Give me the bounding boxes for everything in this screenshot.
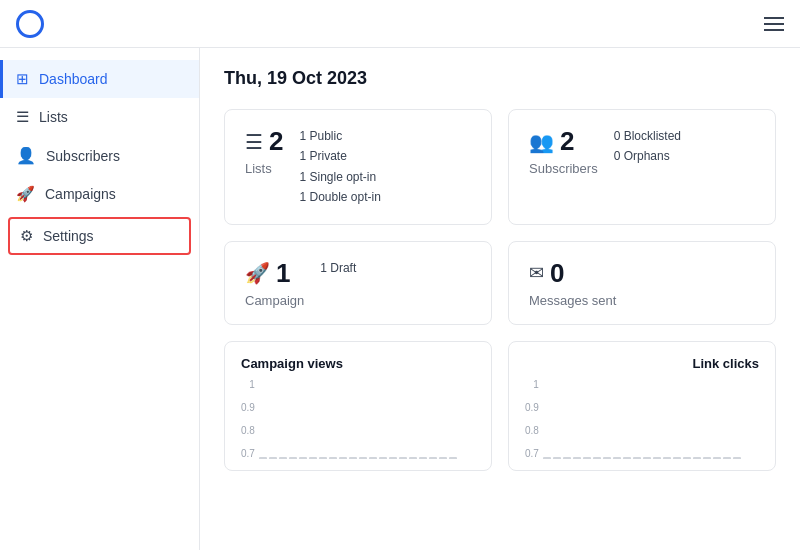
bar bbox=[733, 457, 741, 459]
views-bars bbox=[259, 379, 475, 459]
bar bbox=[633, 457, 641, 459]
messages-card: ✉ 0 Messages sent bbox=[508, 241, 776, 325]
sidebar-item-lists[interactable]: ☰ Lists bbox=[0, 98, 199, 136]
subscribers-detail-1: 0 Orphans bbox=[614, 146, 681, 166]
cards-grid-top: ☰ 2 Lists 1 Public 1 Private 1 Single op… bbox=[224, 109, 776, 225]
clicks-chart-title: Link clicks bbox=[525, 356, 759, 371]
campaigns-card-content: 🚀 1 Campaign 1 Draft bbox=[245, 258, 471, 308]
lists-detail-3: 1 Double opt-in bbox=[299, 187, 380, 207]
bar bbox=[389, 457, 397, 459]
bar bbox=[299, 457, 307, 459]
y-label-3: 0.7 bbox=[525, 448, 539, 459]
sidebar-item-subscribers[interactable]: 👤 Subscribers bbox=[0, 136, 199, 175]
bar bbox=[713, 457, 721, 459]
lists-card: ☰ 2 Lists 1 Public 1 Private 1 Single op… bbox=[224, 109, 492, 225]
bar bbox=[419, 457, 427, 459]
bar bbox=[259, 457, 267, 459]
bar bbox=[359, 457, 367, 459]
views-chart-title: Campaign views bbox=[241, 356, 475, 371]
lists-card-content: ☰ 2 Lists 1 Public 1 Private 1 Single op… bbox=[245, 126, 471, 208]
bar bbox=[553, 457, 561, 459]
sidebar: ⊞ Dashboard ☰ Lists 👤 Subscribers 🚀 Camp… bbox=[0, 48, 200, 550]
y-label-1: 0.9 bbox=[241, 402, 255, 413]
sidebar-item-dashboard[interactable]: ⊞ Dashboard bbox=[0, 60, 199, 98]
subscribers-card-content: 👥 2 Subscribers 0 Blocklisted 0 Orphans bbox=[529, 126, 755, 176]
lists-label: Lists bbox=[245, 161, 283, 176]
y-label-2: 0.8 bbox=[241, 425, 255, 436]
subscribers-number-row: 👥 2 bbox=[529, 126, 598, 157]
subscribers-count: 2 bbox=[560, 126, 574, 157]
dashboard-icon: ⊞ bbox=[16, 70, 29, 88]
bar bbox=[449, 457, 457, 459]
messages-card-left: ✉ 0 Messages sent bbox=[529, 258, 616, 308]
bar bbox=[379, 457, 387, 459]
messages-label: Messages sent bbox=[529, 293, 616, 308]
campaign-views-chart: Campaign views 1 0.9 0.8 0.7 bbox=[224, 341, 492, 471]
campaigns-card-icon: 🚀 bbox=[245, 261, 270, 285]
y-label-0: 1 bbox=[241, 379, 255, 390]
lists-card-icon: ☰ bbox=[245, 130, 263, 154]
campaigns-card: 🚀 1 Campaign 1 Draft bbox=[224, 241, 492, 325]
bar bbox=[319, 457, 327, 459]
y-label-3: 0.7 bbox=[241, 448, 255, 459]
views-y-axis: 1 0.9 0.8 0.7 bbox=[241, 379, 255, 459]
bar bbox=[369, 457, 377, 459]
campaigns-detail-0: 1 Draft bbox=[320, 258, 356, 278]
messages-count: 0 bbox=[550, 258, 564, 289]
bar bbox=[289, 457, 297, 459]
messages-card-icon: ✉ bbox=[529, 262, 544, 284]
settings-gear-icon: ⚙ bbox=[20, 227, 33, 245]
bar bbox=[429, 457, 437, 459]
y-label-2: 0.8 bbox=[525, 425, 539, 436]
lists-number-row: ☰ 2 bbox=[245, 126, 283, 157]
bar bbox=[563, 457, 571, 459]
bar bbox=[269, 457, 277, 459]
bar bbox=[349, 457, 357, 459]
clicks-y-axis: 1 0.9 0.8 0.7 bbox=[525, 379, 539, 459]
sidebar-item-campaigns[interactable]: 🚀 Campaigns bbox=[0, 175, 199, 213]
sidebar-item-label: Dashboard bbox=[39, 71, 108, 87]
bar bbox=[573, 457, 581, 459]
sidebar-item-settings[interactable]: ⚙ Settings bbox=[8, 217, 191, 255]
campaigns-rocket-icon: 🚀 bbox=[16, 185, 35, 203]
bar bbox=[339, 457, 347, 459]
hamburger-menu[interactable] bbox=[764, 17, 784, 31]
sidebar-item-label: Settings bbox=[43, 228, 94, 244]
bar bbox=[399, 457, 407, 459]
charts-row: Campaign views 1 0.9 0.8 0.7 bbox=[224, 341, 776, 471]
bar bbox=[409, 457, 417, 459]
lists-detail-2: 1 Single opt-in bbox=[299, 167, 380, 187]
link-clicks-chart: Link clicks 1 0.9 0.8 0.7 bbox=[508, 341, 776, 471]
lists-card-left: ☰ 2 Lists bbox=[245, 126, 283, 176]
messages-number-row: ✉ 0 bbox=[529, 258, 616, 289]
bar bbox=[593, 457, 601, 459]
logo bbox=[16, 10, 44, 38]
y-label-0: 1 bbox=[525, 379, 539, 390]
bar bbox=[439, 457, 447, 459]
subscribers-card: 👥 2 Subscribers 0 Blocklisted 0 Orphans bbox=[508, 109, 776, 225]
cards-grid-bottom: 🚀 1 Campaign 1 Draft ✉ bbox=[224, 241, 776, 325]
main-layout: ⊞ Dashboard ☰ Lists 👤 Subscribers 🚀 Camp… bbox=[0, 48, 800, 550]
subscribers-icon: 👤 bbox=[16, 146, 36, 165]
bar bbox=[663, 457, 671, 459]
bar bbox=[613, 457, 621, 459]
topbar bbox=[0, 0, 800, 48]
clicks-chart-area: 1 0.9 0.8 0.7 bbox=[525, 379, 759, 459]
bar bbox=[279, 457, 287, 459]
bar bbox=[673, 457, 681, 459]
bar bbox=[643, 457, 651, 459]
lists-icon: ☰ bbox=[16, 108, 29, 126]
lists-detail-0: 1 Public bbox=[299, 126, 380, 146]
bar bbox=[653, 457, 661, 459]
campaigns-details: 1 Draft bbox=[320, 258, 356, 278]
y-label-1: 0.9 bbox=[525, 402, 539, 413]
campaigns-count: 1 bbox=[276, 258, 290, 289]
bar bbox=[543, 457, 551, 459]
lists-detail-1: 1 Private bbox=[299, 146, 380, 166]
subscribers-label: Subscribers bbox=[529, 161, 598, 176]
bar bbox=[703, 457, 711, 459]
content-area: Thu, 19 Oct 2023 ☰ 2 Lists 1 Public 1 Pr… bbox=[200, 48, 800, 550]
subscribers-details: 0 Blocklisted 0 Orphans bbox=[614, 126, 681, 167]
bar bbox=[329, 457, 337, 459]
sidebar-item-label: Lists bbox=[39, 109, 68, 125]
